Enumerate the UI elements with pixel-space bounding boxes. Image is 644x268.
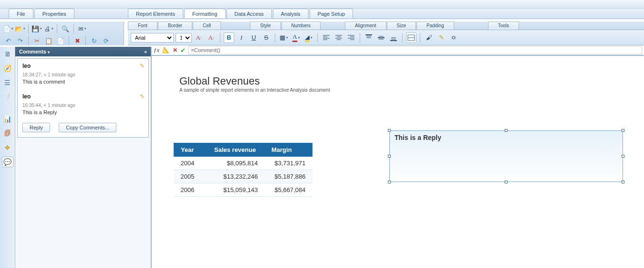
- valign-bottom-icon[interactable]: [388, 32, 399, 43]
- resize-handle[interactable]: [388, 129, 391, 132]
- col-margin[interactable]: Margin: [265, 143, 312, 157]
- subtab-alignment[interactable]: Alignment: [345, 21, 386, 30]
- cell-year[interactable]: 2004: [174, 157, 208, 170]
- cell-sales[interactable]: $15,059,143: [208, 183, 265, 197]
- delete-icon[interactable]: ✖: [72, 35, 83, 46]
- comment-meta: 16:34:27, < 1 minute ago: [22, 72, 144, 77]
- valign-top-icon[interactable]: [364, 32, 374, 43]
- new-doc-icon[interactable]: 📄▾: [3, 23, 13, 34]
- clear-format-icon[interactable]: ✎: [436, 32, 447, 43]
- data-table[interactable]: Year Sales revenue Margin 2004 $8,095,81…: [174, 143, 312, 197]
- open-icon[interactable]: 📂▾: [15, 23, 25, 34]
- save-icon[interactable]: 💾▾: [31, 23, 42, 34]
- nav-map-icon[interactable]: 🧭: [2, 63, 13, 74]
- nav-help-icon[interactable]: ❔: [2, 92, 13, 102]
- cell-margin[interactable]: $5,187,886: [265, 170, 312, 183]
- italic-icon[interactable]: I: [236, 32, 247, 43]
- table-row[interactable]: 2004 $8,095,814 $3,731,971: [174, 157, 312, 170]
- subtab-cell[interactable]: Cell: [193, 21, 221, 30]
- font-color-icon[interactable]: A▾: [291, 32, 301, 43]
- table-row[interactable]: 2006 $15,059,143 $5,667,084: [174, 183, 312, 197]
- comments-dropdown-icon[interactable]: ▾: [48, 50, 50, 54]
- undo-icon[interactable]: ↶: [3, 35, 13, 46]
- formula-input[interactable]: [188, 46, 642, 54]
- fx-confirm-icon[interactable]: ✔: [180, 47, 186, 54]
- bold-icon[interactable]: B: [224, 32, 234, 43]
- align-center-icon[interactable]: [333, 32, 344, 43]
- border-icon[interactable]: ▦▾: [279, 32, 289, 43]
- resize-handle[interactable]: [622, 129, 624, 132]
- tab-formatting[interactable]: Formatting: [184, 9, 226, 18]
- align-left-icon[interactable]: [321, 32, 332, 43]
- fx-cancel-icon[interactable]: ✕: [173, 47, 177, 54]
- resize-handle[interactable]: [505, 129, 508, 132]
- cut-icon[interactable]: ✂: [31, 35, 42, 46]
- copy-icon[interactable]: 📋: [43, 35, 54, 46]
- fill-color-icon[interactable]: ◢▾: [303, 32, 314, 43]
- find-icon[interactable]: 🔍: [60, 23, 71, 34]
- format-painter-icon[interactable]: 🖌: [424, 32, 434, 43]
- align-right-icon[interactable]: [346, 32, 356, 43]
- tab-report-elements[interactable]: Report Elements: [128, 9, 183, 18]
- options-icon[interactable]: ⛭: [448, 32, 459, 43]
- mail-icon[interactable]: ✉▾: [77, 23, 87, 34]
- selected-comment-box[interactable]: This is a Reply: [389, 130, 623, 182]
- paste-icon[interactable]: 📄: [55, 35, 66, 46]
- cell-margin[interactable]: $5,667,084: [265, 183, 312, 197]
- comment-item[interactable]: ✎ leo 16:34:27, < 1 minute ago This is a…: [18, 59, 148, 89]
- copy-comments-button[interactable]: Copy Comments...: [59, 123, 116, 132]
- shrink-font-icon[interactable]: A↓: [206, 32, 217, 43]
- resize-handle[interactable]: [505, 181, 508, 183]
- valign-middle-icon[interactable]: [376, 32, 386, 43]
- nav-data-icon[interactable]: 🗐: [2, 128, 13, 139]
- nav-structure-icon[interactable]: ❖: [2, 142, 13, 153]
- cell-year[interactable]: 2006: [174, 183, 208, 197]
- fx-icon[interactable]: ƒx: [154, 46, 159, 54]
- strike-icon[interactable]: S: [261, 32, 271, 43]
- cell-year[interactable]: 2005: [174, 170, 208, 183]
- nav-comments-icon[interactable]: 💬: [2, 157, 13, 167]
- font-name-select[interactable]: Arial: [131, 33, 174, 43]
- col-sales[interactable]: Sales revenue: [208, 143, 265, 157]
- print-icon[interactable]: 🖨▾: [43, 23, 54, 34]
- merge-icon[interactable]: [406, 32, 416, 43]
- subtab-numbers[interactable]: Numbers: [281, 21, 321, 30]
- tab-properties[interactable]: Properties: [34, 9, 74, 18]
- cell-sales[interactable]: $8,095,814: [208, 157, 265, 170]
- report-canvas[interactable]: Global Revenues A sample of simple repor…: [152, 56, 644, 268]
- edit-comment-icon[interactable]: ✎: [140, 93, 145, 100]
- subtab-style[interactable]: Style: [250, 21, 280, 30]
- nav-doc-summary-icon[interactable]: 🗎: [2, 49, 13, 59]
- resize-handle[interactable]: [622, 181, 624, 183]
- subtab-size[interactable]: Size: [387, 21, 416, 30]
- resize-handle[interactable]: [388, 155, 391, 158]
- resize-handle[interactable]: [388, 181, 391, 183]
- nav-chart-icon[interactable]: 📊: [2, 114, 13, 124]
- font-size-select[interactable]: 12: [176, 33, 192, 43]
- refresh-all-icon[interactable]: ⟳: [101, 35, 111, 46]
- report-title: Global Revenues: [179, 75, 260, 87]
- resize-handle[interactable]: [622, 155, 624, 158]
- cell-margin[interactable]: $3,731,971: [265, 157, 312, 170]
- tab-page-setup[interactable]: Page Setup: [310, 9, 353, 18]
- cell-sales[interactable]: $13,232,246: [208, 170, 265, 183]
- underline-icon[interactable]: U: [249, 32, 259, 43]
- subtab-border[interactable]: Border: [158, 21, 192, 30]
- reply-button[interactable]: Reply: [22, 123, 50, 132]
- refresh-icon[interactable]: ↻: [89, 35, 99, 46]
- fx-wizard-icon[interactable]: 📐: [162, 46, 170, 54]
- grow-font-icon[interactable]: A↑: [194, 32, 204, 43]
- edit-comment-icon[interactable]: ✎: [140, 63, 145, 69]
- nav-filters-icon[interactable]: ☰: [2, 77, 13, 88]
- col-year[interactable]: Year: [174, 143, 208, 157]
- subtab-padding[interactable]: Padding: [416, 21, 454, 30]
- collapse-panel-icon[interactable]: «: [144, 49, 147, 54]
- tab-file[interactable]: File: [9, 9, 33, 18]
- subtab-font[interactable]: Font: [128, 21, 157, 30]
- tab-analysis[interactable]: Analysis: [273, 9, 309, 18]
- redo-icon[interactable]: ↷: [15, 35, 25, 46]
- subtab-tools[interactable]: Tools: [488, 21, 519, 30]
- table-row[interactable]: 2005 $13,232,246 $5,187,886: [174, 170, 312, 183]
- comment-item[interactable]: ✎ leo 16:35:44, < 1 minute ago This is a…: [18, 89, 148, 120]
- tab-data-access[interactable]: Data Access: [227, 9, 272, 18]
